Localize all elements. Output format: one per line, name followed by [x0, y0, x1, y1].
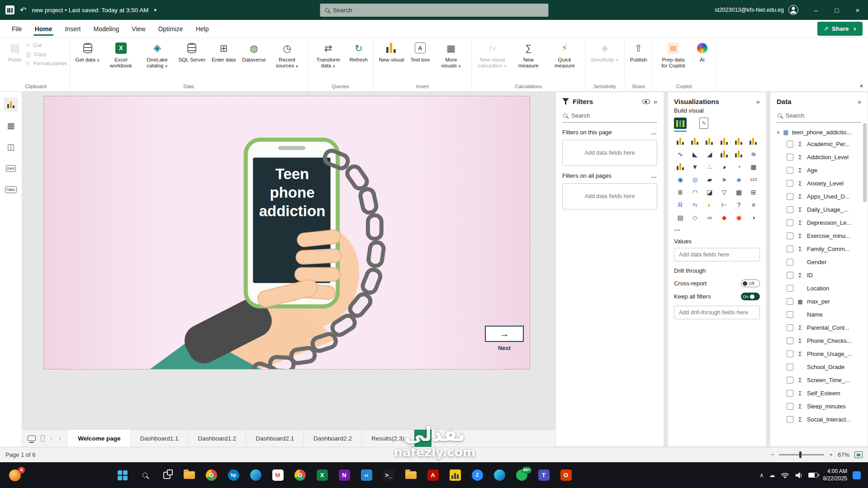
onedrive-icon[interactable]: ☁: [769, 472, 775, 479]
key-influencers-icon[interactable]: ◐: [703, 199, 716, 210]
page-tab-dashboard2-2[interactable]: Dashboard2.2: [304, 430, 362, 447]
refresh-button[interactable]: ↻Refresh: [346, 39, 371, 65]
power-bi-icon[interactable]: [446, 466, 465, 485]
menu-optimize[interactable]: Optimize: [152, 21, 189, 37]
data-search-box[interactable]: [777, 109, 861, 123]
desktop-view-icon[interactable]: [28, 436, 36, 441]
build-visual-mode-tab[interactable]: [674, 118, 687, 132]
kpi-icon[interactable]: ◪: [703, 187, 716, 197]
share-button[interactable]: ⇗ Share ∨: [817, 22, 863, 36]
menu-file[interactable]: File: [5, 21, 28, 37]
line-and-stacked-column-chart-icon[interactable]: [718, 149, 730, 159]
multi-row-card-icon[interactable]: ≣: [674, 187, 687, 197]
page-tab-results-2-3[interactable]: Results(2.3): [362, 430, 414, 447]
field-checkbox[interactable]: [787, 232, 793, 239]
close-button[interactable]: ×: [847, 0, 868, 20]
more-visual-icon[interactable]: ◑: [747, 212, 760, 223]
table-tree-item[interactable]: ∨ ▦ teen_phone_addictio...: [777, 129, 861, 136]
data-search-input[interactable]: [786, 112, 865, 119]
field-checkbox[interactable]: [787, 377, 793, 384]
page-tab-dashboard1-2[interactable]: Dashboard1.2: [188, 430, 246, 447]
field-checkbox[interactable]: [787, 141, 793, 147]
shape-map-icon[interactable]: ▰: [703, 174, 716, 185]
field-self-esteem[interactable]: ΣSelf_Esteem: [777, 387, 861, 400]
next-button[interactable]: →: [485, 326, 524, 342]
collapse-data-pane-icon[interactable]: »: [858, 98, 861, 105]
card-icon[interactable]: 123: [747, 174, 760, 185]
zoom-out-button[interactable]: −: [771, 451, 774, 458]
r-script-visual-icon[interactable]: R: [674, 199, 687, 210]
donut-chart-icon[interactable]: ◔: [732, 161, 745, 172]
map-icon[interactable]: ◉: [674, 174, 687, 185]
field-checkbox[interactable]: [787, 219, 793, 226]
values-dropzone[interactable]: Add data fields here: [674, 248, 760, 261]
field-daily-usage[interactable]: ΣDaily_Usage_...: [777, 203, 861, 216]
filled-map-icon[interactable]: ◈: [732, 174, 745, 185]
maximize-button[interactable]: □: [826, 0, 847, 20]
field-checkbox[interactable]: [787, 416, 793, 423]
dax-query-view-icon[interactable]: DAX: [4, 161, 18, 175]
field-parental-cont[interactable]: ΣParental_Cont...: [777, 321, 861, 334]
teams-icon[interactable]: T: [534, 466, 553, 485]
wifi-icon[interactable]: [781, 472, 789, 479]
transform-data-button[interactable]: ⇄Transform data∨: [310, 39, 346, 71]
publish-button[interactable]: ⇧Publish: [627, 39, 650, 65]
start-icon[interactable]: [113, 466, 132, 485]
tmdl-view-icon[interactable]: TMDL: [4, 182, 18, 197]
ai-button[interactable]: AI: [691, 39, 713, 65]
field-checkbox[interactable]: [787, 298, 793, 305]
smart-narrative-icon[interactable]: ≡: [747, 199, 760, 210]
menu-help[interactable]: Help: [190, 21, 215, 37]
area-chart-icon[interactable]: ◣: [688, 149, 701, 159]
more-visual-types-icon[interactable]: …: [674, 225, 760, 232]
field-checkbox[interactable]: [787, 390, 793, 397]
task-view-icon[interactable]: [157, 466, 176, 485]
mobile-view-icon[interactable]: [41, 435, 45, 442]
enter-data-button[interactable]: ⊞Enter data: [209, 39, 239, 65]
field-phone-checks[interactable]: ΣPhone_Checks...: [777, 334, 861, 347]
filters-search-input[interactable]: [571, 112, 656, 119]
next-page-arrow-icon[interactable]: ›: [58, 434, 62, 443]
page-tab-dashboard2-1[interactable]: Dashboard2.1: [246, 430, 304, 447]
field-age[interactable]: ΣAge: [777, 164, 861, 177]
hp-smart-icon[interactable]: hp: [224, 466, 243, 485]
text-box-button[interactable]: AText box: [407, 39, 433, 65]
field-location[interactable]: Location: [777, 282, 861, 295]
clustered-bar-chart-icon[interactable]: [703, 136, 716, 147]
prev-page-arrow-icon[interactable]: ‹: [50, 434, 53, 443]
drill-through-dropzone[interactable]: Add drill-through fields here: [674, 306, 760, 319]
arcgis-map-icon[interactable]: ➤: [718, 174, 730, 185]
more-options-icon[interactable]: …: [651, 129, 657, 136]
page-tab-welcome-page[interactable]: Welcome page: [68, 430, 130, 447]
quick-measure-button[interactable]: ⚡Quick measure: [546, 39, 583, 71]
field-checkbox[interactable]: [787, 311, 793, 318]
field-academic-per[interactable]: ΣAcademic_Per...: [777, 137, 861, 151]
account-avatar-icon[interactable]: [788, 5, 798, 15]
field-checkbox[interactable]: [787, 272, 793, 279]
clock[interactable]: 4:00 AM 8/22/2025: [823, 468, 847, 482]
prep-data-for-copilot-button[interactable]: ▤Prep data for Copilot: [655, 39, 691, 71]
field-checkbox[interactable]: [787, 193, 793, 200]
line-and-clustered-column-chart-icon[interactable]: [732, 149, 745, 159]
clustered-column-chart-icon[interactable]: [718, 136, 730, 147]
100-stacked-column-chart-icon[interactable]: [747, 136, 760, 147]
excel-workbook-button[interactable]: XExcel workbook: [103, 39, 139, 71]
field-apps-used-d[interactable]: ΣApps_Used_D...: [777, 190, 861, 203]
chrome-icon[interactable]: [202, 466, 221, 485]
field-checkbox[interactable]: [787, 364, 793, 370]
onenote-icon[interactable]: N: [335, 466, 354, 485]
gmail-icon[interactable]: M: [268, 466, 287, 485]
global-search-box[interactable]: [320, 4, 548, 17]
format-visual-mode-tab[interactable]: ✎: [699, 118, 708, 132]
edge-icon[interactable]: [246, 466, 265, 485]
model-view-icon[interactable]: ◫: [4, 140, 18, 154]
table-view-icon[interactable]: ▦: [4, 118, 18, 133]
pin-map-icon[interactable]: ◉: [732, 212, 745, 223]
field-exercise-minu[interactable]: ΣExercise_minu...: [777, 229, 861, 242]
field-sleep-minutes[interactable]: ΣSleep_minutes: [777, 400, 861, 413]
field-phone-usage[interactable]: ΣPhone_Usage_...: [777, 347, 861, 360]
stacked-column-chart-icon[interactable]: [688, 136, 701, 147]
field-checkbox[interactable]: [787, 180, 793, 187]
more-options-icon[interactable]: …: [651, 172, 657, 179]
recent-sources-button[interactable]: ◷Recent sources∨: [269, 39, 305, 71]
